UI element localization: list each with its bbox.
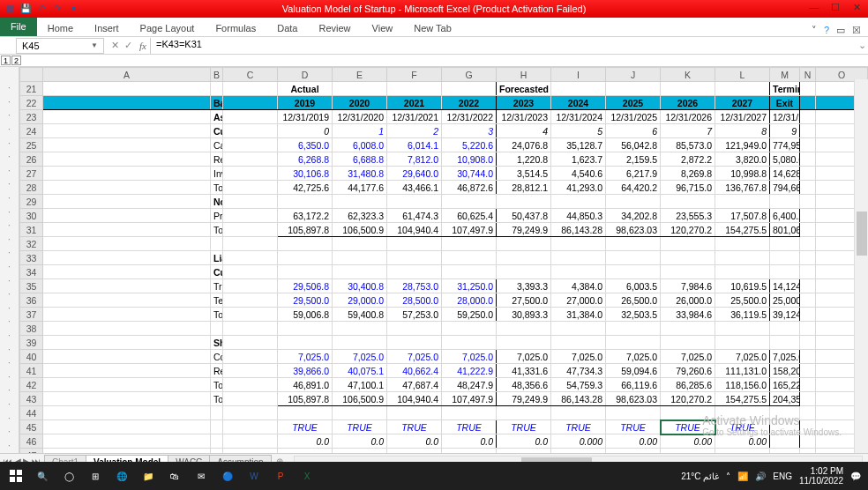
cell[interactable] [715,195,770,209]
cell[interactable]: 7,025.0 [715,350,770,364]
cell[interactable] [770,449,800,454]
cell[interactable]: 4,540.6 [551,167,606,181]
cell[interactable]: 12/31/2028 [770,110,800,124]
vertical-scrollbar[interactable] [854,79,868,453]
outline-level-1[interactable]: 1 [1,56,11,65]
cell[interactable] [223,152,278,167]
cell[interactable]: TRUE [551,420,606,434]
cell[interactable] [661,237,715,251]
cell[interactable] [278,336,333,350]
cell[interactable]: 46,891.0 [278,378,333,392]
cell[interactable] [43,406,211,420]
cell[interactable] [387,322,442,336]
cell[interactable]: 7,025.0 [278,350,333,364]
tab-view[interactable]: View [362,20,404,36]
outline-dot[interactable]: · [0,329,19,343]
window-restore-icon[interactable]: ▭ [836,25,845,36]
cell[interactable]: TRUE [442,420,497,434]
cell[interactable]: 31,480.8 [333,167,387,181]
qat-dropdown-icon[interactable]: ▾ [67,2,79,14]
cell[interactable]: 2,872.2 [661,152,715,167]
cell[interactable] [387,265,442,279]
cell[interactable] [333,265,387,279]
cell[interactable]: Total liabilities [211,308,223,322]
cell[interactable]: Receivables [211,152,223,167]
row-header-24[interactable]: 24 [20,124,43,138]
cell[interactable] [223,364,278,378]
cell[interactable]: 118,156.0 [715,378,770,392]
cell[interactable]: 10,998.8 [715,167,770,181]
row-header-22[interactable]: 22 [20,96,43,110]
cell[interactable] [43,350,211,364]
cell[interactable] [661,406,715,420]
cell[interactable]: 105,897.8 [278,392,333,406]
cell[interactable] [223,237,278,251]
outline-dot[interactable]: · [0,397,19,412]
cell[interactable]: 12/31/2026 [661,110,715,124]
cell[interactable] [43,96,211,110]
cell[interactable]: 25,500.0 [715,293,770,308]
tab-review[interactable]: Review [308,20,361,36]
outline-dot[interactable]: · [0,108,19,122]
cell[interactable] [333,449,387,454]
cell[interactable]: 5,220.6 [442,138,497,152]
cell[interactable]: 41,331.6 [497,364,551,378]
outline-dot[interactable]: · [0,301,19,316]
row-header-35[interactable]: 35 [20,279,43,293]
cell[interactable]: 3 [442,124,497,138]
cell[interactable]: Shareholder's equity: [211,336,223,350]
cell[interactable]: 2024 [551,96,606,110]
cell[interactable]: 40,075.1 [333,364,387,378]
cell[interactable] [223,110,278,124]
cell[interactable]: 30,744.0 [442,167,497,181]
cell[interactable]: 59,006.8 [278,308,333,322]
outline-dot[interactable]: · [0,122,19,137]
cell[interactable] [223,265,278,279]
cell[interactable]: 2019 [278,96,333,110]
cell[interactable]: 12/31/2019 [278,110,333,124]
tab-page-layout[interactable]: Page Layout [130,20,206,36]
cell[interactable] [43,82,211,96]
cell[interactable] [387,251,442,265]
taskbar-clock[interactable]: 1:02 PM 11/10/2022 [799,466,843,486]
cell[interactable] [387,406,442,420]
cell[interactable]: 774,958.8 [770,138,800,152]
cell[interactable] [223,124,278,138]
cell[interactable]: 12/31/2027 [715,110,770,124]
cell[interactable] [211,434,223,449]
cell[interactable] [800,364,816,378]
cell[interactable]: 107,497.9 [442,223,497,237]
cell[interactable] [661,322,715,336]
cortana-icon[interactable]: ◯ [60,467,78,485]
save-icon[interactable]: 💾 [19,2,32,14]
tab-formulas[interactable]: Formulas [205,20,266,36]
cell[interactable] [223,293,278,308]
cell[interactable] [442,336,497,350]
cell[interactable] [661,251,715,265]
cell[interactable] [497,449,551,454]
cell[interactable]: 41,293.0 [551,181,606,195]
cell[interactable]: 79,260.6 [661,364,715,378]
cell[interactable]: 7 [661,124,715,138]
cell[interactable] [43,124,211,138]
cell[interactable]: 33,984.6 [661,308,715,322]
cell[interactable]: Assets [211,110,223,124]
cell[interactable] [606,237,661,251]
cell[interactable] [606,82,661,96]
cell[interactable]: 29,500.0 [278,293,333,308]
cell[interactable]: 7,025.0 [551,350,606,364]
excel-taskbar-icon[interactable]: X [298,467,316,485]
cell[interactable] [800,378,816,392]
cell[interactable]: 59,094.6 [606,364,661,378]
cell[interactable] [770,237,800,251]
cell[interactable]: Retained earnings [211,364,223,378]
cell[interactable] [661,449,715,454]
cell[interactable]: 0.0 [497,434,551,449]
cell[interactable] [223,378,278,392]
word-icon[interactable]: W [245,467,263,485]
cell[interactable]: 86,143.28 [551,223,606,237]
cell[interactable]: 104,940.4 [387,392,442,406]
outline-dot[interactable]: · [0,411,19,425]
enter-formula-icon[interactable]: ✓ [124,40,132,51]
outline-dot[interactable]: · [0,383,19,397]
